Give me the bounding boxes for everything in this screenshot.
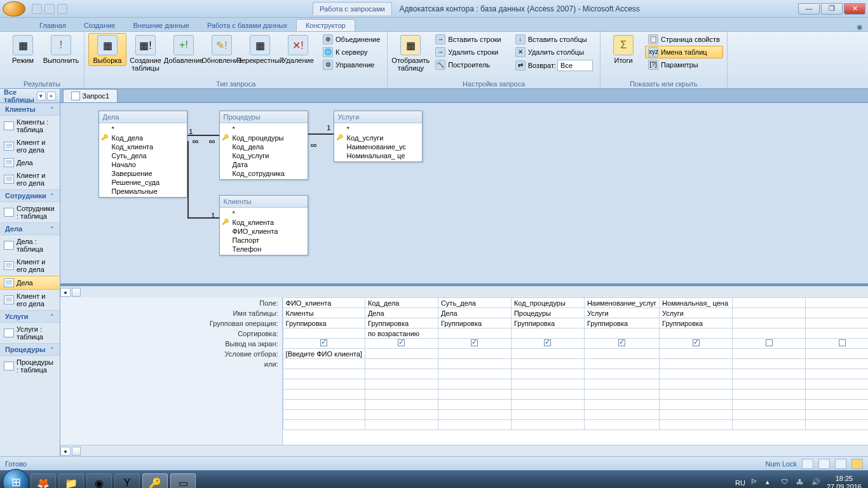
grid-cell[interactable] xyxy=(365,410,438,420)
grid-cell[interactable] xyxy=(806,318,868,329)
select-query-button[interactable]: ▦Выборка xyxy=(88,33,126,66)
grid-cell[interactable]: Код_дела xyxy=(365,298,438,308)
view-button[interactable]: ▦Режим xyxy=(4,33,42,66)
grid-cell[interactable]: ФИО_клиента xyxy=(283,298,365,308)
grid-cell[interactable] xyxy=(660,420,733,430)
nav-item[interactable]: Дела xyxy=(0,276,60,290)
show-checkbox[interactable] xyxy=(544,339,551,346)
task-chrome-icon[interactable]: ◉ xyxy=(86,473,112,488)
grid-cell[interactable] xyxy=(283,390,365,400)
field[interactable]: Телефон xyxy=(220,245,308,254)
crosstab-button[interactable]: ▦Перекрестный xyxy=(241,33,279,66)
grid-cell[interactable] xyxy=(806,379,868,390)
grid-cell[interactable] xyxy=(660,369,733,379)
diagram-hscroll[interactable]: ◂ ▸ xyxy=(60,286,868,297)
deletecols-button[interactable]: ✕Удалить столбцы xyxy=(512,46,596,58)
grid-cell[interactable] xyxy=(660,349,733,359)
tab-external[interactable]: Внешние данные xyxy=(125,20,198,31)
deleterows-button[interactable]: →Удалить строки xyxy=(432,46,504,58)
grid-cell[interactable] xyxy=(806,308,868,318)
tray-lang[interactable]: RU xyxy=(735,479,745,487)
grid-cell[interactable]: Суть_дела xyxy=(438,298,511,308)
nav-header[interactable]: Все таблицы ▾ « xyxy=(0,89,60,103)
union-button[interactable]: ⊕Объединение xyxy=(320,33,383,46)
showtable-button[interactable]: ▦Отобразить таблицу xyxy=(391,33,430,74)
field[interactable]: ФИО_клиента xyxy=(220,227,308,236)
grid-cell[interactable] xyxy=(806,369,868,379)
view-sql-icon[interactable] xyxy=(835,459,846,469)
grid-cell[interactable] xyxy=(733,339,806,349)
tray-clock[interactable]: 18:25 27.09.2016 xyxy=(827,475,862,488)
grid-cell[interactable] xyxy=(806,298,868,308)
grid-cell[interactable]: Дела xyxy=(438,308,511,318)
field[interactable]: * xyxy=(220,209,308,218)
grid-cell[interactable] xyxy=(733,298,806,308)
nav-item[interactable]: Услуги : таблица xyxy=(0,323,60,343)
nav-collapse-icon[interactable]: « xyxy=(47,92,56,100)
scroll-thumb[interactable] xyxy=(72,447,81,456)
grid-cell[interactable]: Услуги xyxy=(584,308,659,318)
tray-up-icon[interactable]: ▴ xyxy=(766,478,776,488)
field[interactable]: Код_услуги xyxy=(334,133,422,142)
grid-cell[interactable]: Номинальная_ цена xyxy=(660,298,733,308)
grid-cell[interactable] xyxy=(806,339,868,349)
nav-group[interactable]: Процедуры⌃ xyxy=(0,343,60,356)
grid-cell[interactable]: [Введите ФИО клиента] xyxy=(283,349,365,359)
grid-cell[interactable] xyxy=(283,339,365,349)
grid-cell[interactable] xyxy=(511,369,584,379)
passthrough-button[interactable]: 🌐К серверу xyxy=(320,46,383,58)
grid-cell[interactable] xyxy=(660,329,733,339)
tab-dbtools[interactable]: Работа с базами данных xyxy=(198,20,296,31)
insertrows-button[interactable]: →Вставить строки xyxy=(432,33,504,46)
update-button[interactable]: ✎!Обновление xyxy=(203,33,241,66)
nav-item[interactable]: Клиент и его дела xyxy=(0,255,60,276)
nav-group[interactable]: Дела⌃ xyxy=(0,222,60,235)
grid-cell[interactable]: Группировка xyxy=(660,318,733,329)
field[interactable]: Код_дела xyxy=(99,133,187,142)
grid-columns[interactable]: ФИО_клиентаКод_делаСуть_делаКод_процедур… xyxy=(283,297,868,445)
grid-cell[interactable] xyxy=(733,308,806,318)
grid-cell[interactable]: Наименование_услуг xyxy=(584,298,659,308)
grid-cell[interactable] xyxy=(584,349,659,359)
task-explorer-icon[interactable]: 📁 xyxy=(58,473,84,488)
grid-cell[interactable] xyxy=(365,369,438,379)
grid-cell[interactable] xyxy=(733,390,806,400)
minimize-button[interactable]: — xyxy=(798,3,820,15)
field[interactable]: Дата xyxy=(220,160,308,169)
field[interactable]: Код_услуги xyxy=(220,151,308,160)
grid-cell[interactable] xyxy=(660,410,733,420)
grid-cell[interactable] xyxy=(584,379,659,390)
tray-volume-icon[interactable]: 🔊 xyxy=(811,478,822,488)
tablenames-button[interactable]: xyzИмена таблиц xyxy=(645,46,723,58)
field[interactable]: Паспорт xyxy=(220,236,308,245)
grid-cell[interactable] xyxy=(584,400,659,410)
grid-cell[interactable] xyxy=(511,339,584,349)
grid-cell[interactable] xyxy=(584,339,659,349)
field[interactable]: Код_клиента xyxy=(220,218,308,227)
grid-cell[interactable] xyxy=(438,410,511,420)
field[interactable]: Суть_дела xyxy=(99,151,187,160)
nav-item[interactable]: Дела xyxy=(0,156,60,169)
field[interactable]: Премиальные xyxy=(99,187,187,196)
field[interactable]: Код_дела xyxy=(220,142,308,151)
grid-cell[interactable] xyxy=(733,329,806,339)
field[interactable]: Начало xyxy=(99,160,187,169)
builder-button[interactable]: 🔨Построитель xyxy=(432,58,504,71)
grid-cell[interactable] xyxy=(806,420,868,430)
grid-cell[interactable] xyxy=(365,359,438,369)
grid-cell[interactable] xyxy=(660,379,733,390)
close-button[interactable]: ✕ xyxy=(844,3,865,15)
grid-cell[interactable] xyxy=(438,329,511,339)
grid-cell[interactable] xyxy=(438,420,511,430)
scroll-left-icon[interactable]: ◂ xyxy=(60,447,71,456)
show-checkbox[interactable] xyxy=(398,339,405,346)
grid-cell[interactable] xyxy=(806,329,868,339)
grid-cell[interactable] xyxy=(511,390,584,400)
grid-cell[interactable]: Код_процедуры xyxy=(511,298,584,308)
scroll-thumb[interactable] xyxy=(72,288,81,297)
totals-button[interactable]: ΣИтоги xyxy=(604,33,642,66)
grid-cell[interactable] xyxy=(660,400,733,410)
propsheet-button[interactable]: 📋Страница свойств xyxy=(645,33,723,46)
task-firefox-icon[interactable]: 🦊 xyxy=(31,473,56,488)
grid-cell[interactable] xyxy=(660,359,733,369)
